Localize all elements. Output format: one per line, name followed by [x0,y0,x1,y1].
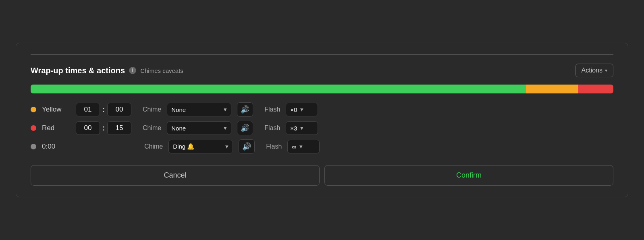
zero-chime-chevron-icon: ▾ [225,143,229,150]
red-dot [31,125,36,131]
time-rows-area: Yellow : Chime None ▾ 🔊 Flash ×0 ▾ R [31,102,613,154]
progress-bar [31,85,613,93]
yellow-flash-label: Flash [264,106,280,113]
red-chime-select[interactable]: None ▾ [167,121,231,135]
zero-flash-label: Flash [266,143,282,150]
actions-button[interactable]: Actions ▾ [575,64,613,77]
red-chime-label: Chime [143,124,161,132]
red-chime-value: None [171,125,220,132]
red-row: Red : Chime None ▾ 🔊 Flash ×3 ▾ [31,121,613,135]
top-divider [31,54,613,55]
red-flash-value: ×3 [290,125,297,132]
red-minutes-input[interactable] [76,121,100,135]
yellow-flash-select[interactable]: ×0 ▾ [286,103,318,116]
chimes-caveats-label: Chimes caveats [140,67,183,74]
zero-dot [31,144,36,149]
header-row: Wrap-up times & actions i Chimes caveats… [31,64,613,77]
yellow-seconds-input[interactable] [107,103,131,116]
red-sound-button[interactable]: 🔊 [237,121,253,135]
cancel-button[interactable]: Cancel [31,165,320,186]
zero-sound-button[interactable]: 🔊 [239,139,255,154]
zero-chime-label: Chime [144,143,163,150]
yellow-flash-value: ×0 [290,106,297,113]
yellow-flash-chevron-icon: ▾ [300,106,303,113]
red-chime-chevron-icon: ▾ [224,124,227,132]
yellow-dot [31,107,36,112]
red-seconds-input[interactable] [107,121,131,135]
red-flash-label: Flash [264,124,280,132]
yellow-label: Yellow [42,106,70,114]
red-flash-chevron-icon: ▾ [300,124,303,132]
zero-chime-select[interactable]: Ding 🔔 ▾ [168,140,233,153]
actions-chevron-icon: ▾ [605,68,607,73]
yellow-sound-button[interactable]: 🔊 [237,102,253,117]
yellow-minutes-input[interactable] [76,103,100,116]
progress-red-segment [578,85,613,93]
yellow-chime-chevron-icon: ▾ [224,106,227,113]
yellow-sound-icon: 🔊 [241,105,249,114]
progress-orange-segment [526,85,578,93]
red-label: Red [42,124,70,132]
zero-sound-icon: 🔊 [242,142,251,151]
zero-flash-chevron-icon: ▾ [299,143,303,150]
yellow-row: Yellow : Chime None ▾ 🔊 Flash ×0 ▾ [31,102,613,117]
wrap-up-panel: Wrap-up times & actions i Chimes caveats… [16,43,628,197]
yellow-time-inputs: : [76,103,131,116]
yellow-chime-select[interactable]: None ▾ [167,103,231,116]
red-colon: : [102,124,105,132]
yellow-colon: : [102,106,105,114]
footer-row: Cancel Confirm [31,165,613,186]
actions-label: Actions [582,67,602,74]
zero-flash-select[interactable]: ∞ ▾ [287,140,320,153]
header-left: Wrap-up times & actions i Chimes caveats [31,66,183,75]
yellow-chime-label: Chime [143,106,161,113]
red-flash-select[interactable]: ×3 ▾ [286,121,318,135]
info-icon[interactable]: i [129,67,136,74]
yellow-chime-value: None [171,106,220,113]
zero-chime-value: Ding 🔔 [173,143,222,150]
zero-row: 0:00 Chime Ding 🔔 ▾ 🔊 Flash ∞ ▾ [31,139,613,154]
zero-label: 0:00 [42,143,70,151]
confirm-button[interactable]: Confirm [324,165,613,186]
zero-flash-value: ∞ [292,143,296,150]
red-sound-icon: 🔊 [241,124,249,132]
red-time-inputs: : [76,121,131,135]
progress-green-segment [31,85,526,93]
section-title: Wrap-up times & actions [31,66,125,75]
